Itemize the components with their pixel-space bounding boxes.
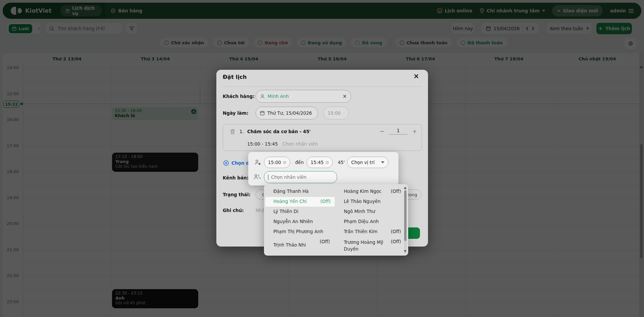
modal-title: Đặt lịch: [223, 74, 247, 80]
staff-option[interactable]: Trịnh Thảo Nhi: [273, 242, 306, 248]
service-index: 1.: [239, 129, 244, 134]
staff-off-badge: (Off): [391, 189, 401, 194]
person-clock-icon: [254, 159, 261, 165]
plus-button[interactable]: +: [412, 128, 417, 135]
channel-label: Kênh bán:: [223, 175, 249, 180]
status-label: Trạng thái:: [223, 192, 251, 197]
scroll-up-arrow[interactable]: [404, 187, 407, 189]
staff-option[interactable]: Phạm Thị Phương Anh: [273, 229, 323, 234]
quantity-value[interactable]: 1: [389, 128, 408, 135]
service-staff-placeholder[interactable]: Chọn nhân viên: [282, 141, 318, 147]
clock-icon: [283, 160, 286, 165]
plus-circle-icon: [223, 160, 229, 166]
work-date-input[interactable]: Thứ Tư, 15/04/2026: [256, 107, 318, 119]
minus-button[interactable]: −: [380, 128, 384, 135]
staff-option[interactable]: Đặng Thanh Hà: [273, 189, 309, 194]
modal-divider: [223, 87, 422, 87]
staff-off-badge: (Off): [391, 239, 401, 244]
to-label: đến: [295, 160, 304, 165]
duration-label: 45': [338, 160, 345, 165]
trash-icon[interactable]: [230, 129, 235, 135]
clear-customer-icon[interactable]: ×: [342, 93, 347, 99]
service-time-range[interactable]: 15:00 - 15:45: [247, 141, 278, 147]
staff-option[interactable]: Nguyễn An Nhiên: [273, 219, 313, 224]
staff-search-input[interactable]: [264, 171, 337, 183]
clock-icon: [343, 111, 344, 115]
staff-off-badge: (Off): [320, 199, 330, 204]
staff-input[interactable]: [270, 174, 325, 180]
staff-option[interactable]: Ngô Minh Thư: [344, 209, 375, 214]
customer-input[interactable]: Minh Anh ×: [256, 90, 351, 103]
service-name: Chăm sóc da cơ bản - 45': [247, 129, 311, 134]
staff-option[interactable]: Hoàng Yến Chi: [273, 199, 307, 204]
note-label: Ghi chú:: [223, 208, 244, 213]
person-icon: [260, 94, 265, 99]
chevron-down-icon: [381, 161, 384, 163]
staff-option[interactable]: Trần Thiên Kim: [344, 229, 377, 234]
staff-option[interactable]: Lý Thiên Di: [273, 209, 298, 214]
customer-label: Khách hàng:: [223, 94, 255, 99]
customer-value: Minh Anh: [268, 94, 289, 99]
people-icon: [254, 174, 261, 179]
position-select[interactable]: Chọn vị trí: [347, 157, 388, 168]
staff-off-badge: (Off): [391, 229, 401, 234]
staff-option[interactable]: Hoàng Kim Ngọc: [344, 189, 382, 194]
quantity-stepper: − 1 +: [380, 128, 417, 135]
staff-option[interactable]: Phạm Diệu Anh: [344, 219, 379, 224]
calendar-icon: [260, 111, 265, 115]
app-screen: KiotViet Lịch dịch vụ Bán hàng Lịch onli…: [0, 0, 644, 317]
scroll-down-arrow[interactable]: [404, 250, 407, 252]
text-cursor: [268, 174, 268, 180]
clock-icon: [326, 160, 329, 165]
work-date-label: Ngày làm:: [223, 110, 248, 116]
close-icon[interactable]: ×: [412, 72, 421, 81]
dropdown-scrollbar-thumb[interactable]: [404, 191, 407, 241]
start-time-input[interactable]: 15:00: [264, 157, 290, 168]
staff-option[interactable]: Trương Hoàng Mỹ Duyên: [344, 239, 389, 252]
work-time-input: 15:00: [323, 107, 349, 119]
staff-off-badge: (Off): [320, 239, 330, 244]
staff-option[interactable]: Lê Thảo Nguyên: [344, 199, 381, 204]
end-time-input[interactable]: 15:45: [307, 157, 333, 168]
